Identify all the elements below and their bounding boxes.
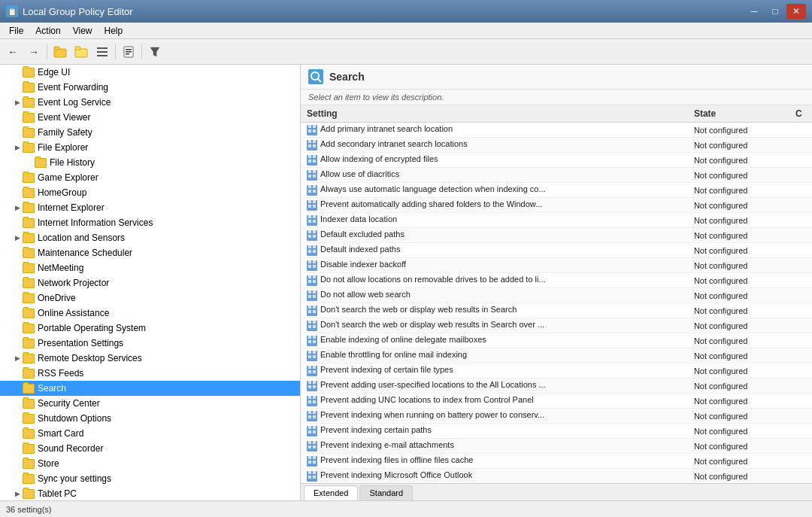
table-row[interactable]: Enable throttling for online mail indexi… — [301, 348, 812, 363]
table-row[interactable]: Always use automatic language detection … — [301, 183, 812, 198]
table-row[interactable]: Prevent indexing Microsoft Office Outloo… — [301, 469, 812, 484]
table-row[interactable]: Add primary intranet search locationNot … — [301, 123, 812, 138]
setting-cell: Prevent indexing when running on battery… — [301, 409, 688, 424]
status-text: 36 setting(s) — [6, 505, 52, 514]
tree-arrow-location-and-sensors[interactable]: ▶ — [12, 234, 23, 242]
svg-rect-25 — [313, 160, 316, 163]
table-row[interactable]: Prevent automatically adding shared fold… — [301, 198, 812, 213]
menu-help[interactable]: Help — [98, 24, 129, 38]
tree-arrow-file-explorer[interactable]: ▶ — [12, 144, 23, 151]
tab-extended[interactable]: Extended — [304, 485, 358, 500]
tree-item-shutdown-options[interactable]: Shutdown Options — [0, 411, 300, 426]
tree-item-smart-card[interactable]: Smart Card — [0, 426, 300, 441]
tree-item-homegroup[interactable]: HomeGroup — [0, 185, 300, 200]
col-setting[interactable]: Setting — [301, 105, 688, 123]
tree-item-netmeeting[interactable]: NetMeeting — [0, 260, 300, 275]
table-row[interactable]: Prevent adding user-specified locations … — [301, 379, 812, 394]
settings-table-wrapper[interactable]: Setting State C Add primary intranet sea… — [301, 105, 812, 483]
folder-button[interactable] — [50, 42, 70, 62]
table-row[interactable]: Don't search the web or display web resu… — [301, 303, 812, 318]
folder-icon-event-viewer — [23, 113, 35, 123]
setting-icon — [307, 140, 317, 151]
tree-arrow-internet-explorer[interactable]: ▶ — [12, 204, 23, 211]
svg-rect-30 — [308, 185, 311, 188]
tree-item-network-projector[interactable]: Network Projector — [0, 275, 300, 290]
col-state[interactable]: State — [688, 105, 789, 123]
tree-item-online-assistance[interactable]: Online Assistance — [0, 306, 300, 321]
tab-standard[interactable]: Standard — [359, 485, 413, 500]
tree-item-event-forwarding[interactable]: Event Forwarding — [0, 80, 300, 95]
tree-item-portable-os[interactable]: Portable Operating System — [0, 321, 300, 336]
setting-icon — [307, 275, 317, 286]
forward-button[interactable]: → — [24, 42, 44, 62]
menu-file[interactable]: File — [3, 24, 29, 38]
setting-cell: Always use automatic language detection … — [301, 183, 688, 198]
table-row[interactable]: Add secondary intranet search locationsN… — [301, 138, 812, 153]
close-button[interactable]: ✕ — [786, 4, 806, 19]
table-row[interactable]: Prevent indexing files in offline files … — [301, 454, 812, 469]
tree-item-sound-recorder[interactable]: Sound Recorder — [0, 441, 300, 456]
tree-item-store[interactable]: Store — [0, 456, 300, 471]
tree-item-event-log-service[interactable]: ▶Event Log Service — [0, 95, 300, 110]
tree-item-internet-explorer[interactable]: ▶Internet Explorer — [0, 200, 300, 215]
open-folder-button[interactable] — [71, 42, 91, 62]
table-row[interactable]: Allow indexing of encrypted filesNot con… — [301, 153, 812, 168]
col-comment[interactable]: C — [789, 105, 812, 123]
tree-item-maintenance-scheduler[interactable]: Maintenance Scheduler — [0, 245, 300, 260]
tree-item-remote-desktop[interactable]: ▶Remote Desktop Services — [0, 351, 300, 366]
table-row[interactable]: Indexer data locationNot configured — [301, 213, 812, 228]
tree-arrow-remote-desktop[interactable]: ▶ — [12, 354, 23, 362]
tree-item-location-and-sensors[interactable]: ▶Location and Sensors — [0, 230, 300, 245]
table-row[interactable]: Do not allow web searchNot configured — [301, 288, 812, 303]
svg-rect-104 — [308, 461, 311, 464]
tree-item-family-safety[interactable]: Family Safety — [0, 125, 300, 140]
restore-button[interactable]: □ — [765, 4, 785, 19]
tree-item-presentation-settings[interactable]: Presentation Settings — [0, 336, 300, 351]
tree-label-event-log-service: Event Log Service — [38, 97, 111, 108]
tree-item-onedrive[interactable]: OneDrive — [0, 290, 300, 306]
back-button[interactable]: ← — [3, 42, 23, 62]
tree-item-file-history[interactable]: File History — [0, 155, 300, 170]
setting-icon — [307, 215, 317, 226]
content-icon — [308, 69, 323, 84]
tree-item-internet-info-services[interactable]: Internet Information Services — [0, 215, 300, 230]
table-row[interactable]: Allow use of diacriticsNot configured — [301, 168, 812, 183]
tree-item-event-viewer[interactable]: Event Viewer — [0, 110, 300, 125]
tree-item-edge-ui[interactable]: Edge UI — [0, 65, 300, 80]
list-button[interactable] — [92, 42, 112, 62]
state-cell: Not configured — [688, 183, 789, 198]
tree-item-rss-feeds[interactable]: RSS Feeds — [0, 366, 300, 381]
menu-action[interactable]: Action — [29, 24, 66, 38]
tree-item-security-center[interactable]: Security Center — [0, 396, 300, 411]
filter-button[interactable] — [145, 42, 165, 62]
svg-rect-1 — [54, 47, 59, 50]
table-row[interactable]: Prevent indexing when running on battery… — [301, 409, 812, 424]
tree-item-sync-settings[interactable]: Sync your settings — [0, 471, 300, 486]
tree-item-game-explorer[interactable]: Game Explorer — [0, 170, 300, 185]
menu-view[interactable]: View — [67, 24, 98, 38]
table-row[interactable]: Default excluded pathsNot configured — [301, 228, 812, 243]
table-row[interactable]: Prevent indexing certain pathsNot config… — [301, 424, 812, 439]
table-row[interactable]: Default indexed pathsNot configured — [301, 243, 812, 258]
minimize-button[interactable]: ─ — [744, 4, 764, 19]
tree-label-internet-info-services: Internet Information Services — [38, 217, 153, 228]
properties-button[interactable] — [119, 42, 138, 62]
table-row[interactable]: Prevent indexing of certain file typesNo… — [301, 363, 812, 379]
table-row[interactable]: Enable indexing of online delegate mailb… — [301, 333, 812, 348]
tree-label-sound-recorder: Sound Recorder — [38, 443, 103, 454]
table-row[interactable]: Prevent adding UNC locations to index fr… — [301, 394, 812, 409]
tree-item-tablet-pc[interactable]: ▶Tablet PC — [0, 486, 300, 500]
table-row[interactable]: Disable indexer backoffNot configured — [301, 258, 812, 273]
table-row[interactable]: Don't search the web or display web resu… — [301, 318, 812, 333]
folder-icon-internet-explorer — [23, 203, 35, 213]
setting-cell: Indexer data location — [301, 213, 688, 228]
state-cell: Not configured — [688, 213, 789, 228]
tree-panel[interactable]: Edge UIEvent Forwarding▶Event Log Servic… — [0, 65, 301, 500]
table-row[interactable]: Do not allow locations on removable driv… — [301, 273, 812, 288]
tree-label-rss-feeds: RSS Feeds — [38, 368, 83, 379]
tree-item-file-explorer[interactable]: ▶File Explorer — [0, 140, 300, 155]
tree-arrow-tablet-pc[interactable]: ▶ — [12, 490, 23, 497]
table-row[interactable]: Prevent indexing e-mail attachmentsNot c… — [301, 439, 812, 454]
tree-arrow-event-log-service[interactable]: ▶ — [12, 99, 23, 106]
tree-item-search[interactable]: Search — [0, 381, 300, 396]
